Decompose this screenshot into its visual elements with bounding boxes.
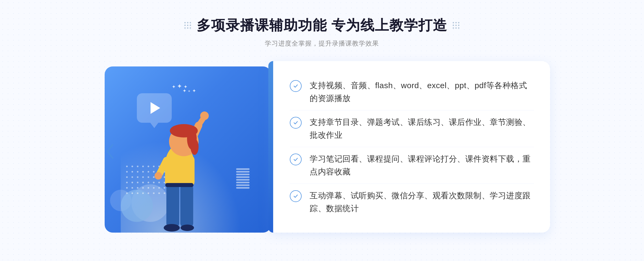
feature-text-4: 互动弹幕、试听购买、微信分享、观看次数限制、学习进度跟踪、数据统计 (310, 189, 534, 215)
person-illustration (145, 104, 220, 233)
feature-text-3: 学习笔记回看、课程提问、课程评论打分、课件资料下载，重点内容收藏 (310, 152, 534, 178)
sparkle-2: ✦ (182, 88, 196, 94)
feature-item-2: 支持章节目录、弹题考试、课后练习、课后作业、章节测验、批改作业 (290, 110, 534, 147)
feature-item-3: 学习笔记回看、课程提问、课程评论打分、课件资料下载，重点内容收藏 (290, 147, 534, 184)
svg-point-10 (155, 172, 162, 180)
header-section: 多项录播课辅助功能 专为线上教学打造 学习进度全掌握，提升录播课教学效果 (184, 16, 460, 48)
svg-rect-15 (165, 183, 193, 187)
feature-item-4: 互动弹幕、试听购买、微信分享、观看次数限制、学习进度跟踪、数据统计 (290, 184, 534, 220)
svg-rect-12 (180, 184, 193, 227)
svg-point-14 (181, 225, 194, 231)
svg-point-2 (200, 111, 209, 120)
feature-item-1: 支持视频、音频、flash、word、excel、ppt、pdf等各种格式的资源… (290, 74, 534, 110)
title-wrapper: 多项录播课辅助功能 专为线上教学打造 (184, 16, 460, 35)
check-icon-4 (290, 190, 302, 202)
blue-stripe (268, 61, 273, 233)
svg-rect-11 (166, 184, 179, 227)
check-icon-1 (290, 80, 302, 92)
feature-text-2: 支持章节目录、弹题考试、课后练习、课后作业、章节测验、批改作业 (310, 116, 534, 141)
left-dots-decoration (184, 22, 191, 29)
left-chevron-decoration (105, 143, 115, 161)
features-section: 支持视频、音频、flash、word、excel、ppt、pdf等各种格式的资源… (268, 61, 550, 233)
bar-decoration (236, 168, 250, 200)
right-dots-decoration (453, 22, 460, 29)
content-area: ✦ ✦ (94, 61, 550, 243)
main-title: 多项录播课辅助功能 专为线上教学打造 (197, 16, 447, 35)
check-icon-3 (290, 154, 302, 165)
subtitle: 学习进度全掌握，提升录播课教学效果 (184, 39, 460, 48)
features-list: 支持视频、音频、flash、word、excel、ppt、pdf等各种格式的资源… (290, 74, 534, 220)
illustration-wrapper: ✦ ✦ (94, 61, 282, 243)
svg-point-13 (164, 224, 180, 232)
feature-text-1: 支持视频、音频、flash、word、excel、ppt、pdf等各种格式的资源… (310, 79, 534, 105)
svg-point-8 (191, 139, 199, 155)
page-container: 多项录播课辅助功能 专为线上教学打造 学习进度全掌握，提升录播课教学效果 (0, 0, 644, 261)
check-icon-2 (290, 117, 302, 129)
